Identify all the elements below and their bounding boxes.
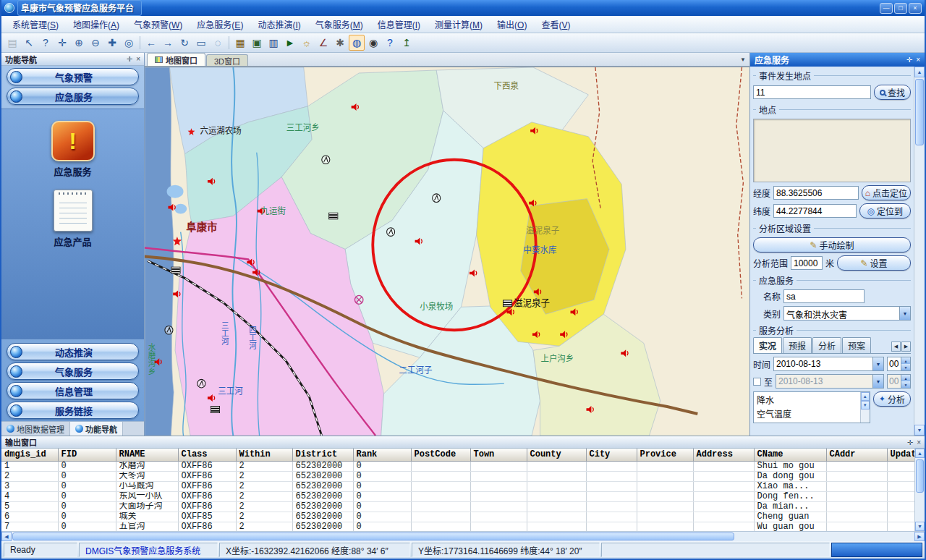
bulb-icon[interactable]: ☼: [299, 35, 315, 51]
zoom-selection-icon[interactable]: ▭: [193, 35, 209, 51]
scroll-left-icon[interactable]: ◀: [1, 532, 12, 541]
column-header[interactable]: FID: [58, 449, 116, 461]
menu-item[interactable]: 应急服务(E): [190, 16, 250, 33]
service-type-select[interactable]: 气象和洪水灾害 ▼: [783, 306, 911, 321]
column-header[interactable]: Update: [887, 449, 914, 461]
manual-draw-button[interactable]: ✎ 手动绘制: [753, 237, 911, 253]
column-header[interactable]: Town: [470, 449, 527, 461]
end-hour-spinner[interactable]: 00 ▲▼: [887, 374, 911, 389]
scroll-down-icon[interactable]: ▼: [861, 401, 870, 410]
pan-icon[interactable]: ✚: [104, 35, 120, 51]
scroll-down-icon[interactable]: ▼: [915, 522, 925, 531]
pointer-icon[interactable]: ►: [282, 35, 298, 51]
close-icon[interactable]: ×: [136, 55, 140, 63]
list-item[interactable]: 空气温度: [755, 407, 859, 420]
scroll-right-icon[interactable]: ▶: [914, 532, 925, 541]
nav-info-management[interactable]: 信息管理: [7, 382, 139, 399]
to-checkbox[interactable]: [753, 378, 761, 386]
analysis-tab[interactable]: 预报: [783, 337, 812, 353]
identify-cursor-icon[interactable]: ?: [38, 35, 54, 51]
map-pin-icon[interactable]: ▣: [249, 35, 265, 51]
image-layers-icon[interactable]: ▦: [232, 35, 248, 51]
map-viewport[interactable]: 下西泉六运湖农场三工河乡九运街阜康市滋泥泉子中葵水库滋泥泉子小泉牧场上户沟乡三工…: [145, 67, 749, 436]
spin-up-icon[interactable]: ▲: [901, 357, 910, 364]
column-header[interactable]: PostCode: [411, 449, 470, 461]
analysis-tab[interactable]: 实况: [753, 337, 782, 353]
zoom-out-icon[interactable]: ⊖: [88, 35, 103, 51]
minimize-button[interactable]: —: [880, 3, 893, 14]
column-header[interactable]: Within: [236, 449, 292, 461]
spin-up-icon[interactable]: ▲: [901, 375, 910, 381]
menu-item[interactable]: 测量计算(M): [428, 16, 489, 33]
column-header[interactable]: Rank: [353, 449, 411, 461]
refresh-icon[interactable]: ↻: [177, 35, 192, 51]
globe-search-icon[interactable]: ◍: [349, 35, 365, 51]
table-row[interactable]: 70五官沟OXFF8626523020000Wu guan gou: [1, 522, 914, 531]
table-row[interactable]: 10水磨沟OXFF8626523020000Shui mo gou: [1, 461, 914, 471]
scroll-up-icon[interactable]: ▲: [915, 449, 925, 458]
magnifier-page-icon[interactable]: ◌: [210, 35, 226, 51]
nav-service-links[interactable]: 服务链接: [7, 402, 139, 419]
menu-item[interactable]: 输出(O): [490, 16, 533, 33]
pin-icon[interactable]: ✛: [127, 55, 132, 63]
service-name-input[interactable]: [783, 289, 865, 303]
nav-emergency-service[interactable]: 应急服务: [7, 88, 139, 105]
scroll-up-icon[interactable]: ▲: [914, 67, 925, 77]
column-header[interactable]: Address: [693, 449, 754, 461]
close-icon[interactable]: ×: [917, 438, 921, 446]
nav-weather-warning[interactable]: 气象预警: [7, 68, 139, 85]
scrollbar-thumb[interactable]: [916, 459, 924, 493]
full-extent-icon[interactable]: ◎: [121, 35, 137, 51]
item-emergency-service[interactable]: !应急服务: [51, 121, 95, 178]
menu-item[interactable]: 信息管理(I): [371, 16, 427, 33]
analysis-tab[interactable]: 分析: [812, 337, 841, 353]
set-range-button[interactable]: ✎ 设置: [837, 255, 911, 271]
pin-icon[interactable]: ✛: [907, 438, 913, 446]
restore-button[interactable]: □: [894, 3, 907, 14]
column-header[interactable]: CName: [754, 449, 826, 461]
tab-scroll-right-icon[interactable]: ▶: [901, 341, 911, 352]
tab-list-dropdown-icon[interactable]: ▼: [740, 56, 746, 63]
map-tab[interactable]: 地图窗口: [147, 53, 205, 66]
menu-item[interactable]: 系统管理(S): [6, 16, 65, 33]
pin-icon[interactable]: ✛: [906, 56, 912, 64]
spin-down-icon[interactable]: ▼: [901, 381, 910, 388]
end-date-picker[interactable]: 2010-08-13 ▼: [776, 374, 884, 389]
analysis-item-list[interactable]: 降水空气温度 ▲ ▼: [753, 391, 870, 423]
menu-item[interactable]: 地图操作(A): [67, 16, 126, 33]
tab-scroll-left-icon[interactable]: ◀: [891, 341, 901, 352]
back-icon[interactable]: ←: [143, 35, 159, 51]
table-row[interactable]: 60城关OXFF8526523020000Cheng guan: [1, 512, 914, 522]
nav-tab[interactable]: 功能导航: [70, 422, 123, 436]
locate-click-button[interactable]: ⌂ 点击定位: [862, 185, 911, 200]
table-row[interactable]: 30小马厩沟OXFF8626523020000Xiao ma...: [1, 481, 914, 491]
location-input[interactable]: [753, 85, 871, 99]
item-emergency-product[interactable]: 应急产品: [54, 190, 93, 248]
menu-item[interactable]: 气象服务(M): [309, 16, 370, 33]
zoom-in-icon[interactable]: ⊕: [71, 35, 87, 51]
visibility-eye-icon[interactable]: ◉: [365, 35, 381, 51]
select-cursor-icon[interactable]: ↖: [21, 35, 37, 51]
scroll-up-icon[interactable]: ▲: [861, 392, 870, 401]
column-header[interactable]: dmgis_id: [1, 449, 58, 461]
help-icon[interactable]: ?: [382, 35, 398, 51]
scrollbar-thumb[interactable]: [12, 533, 734, 540]
column-header[interactable]: Class: [178, 449, 236, 461]
close-button[interactable]: ×: [909, 3, 922, 14]
search-button[interactable]: 查找: [874, 85, 911, 100]
start-hour-spinner[interactable]: 00 ▲▼: [887, 357, 911, 371]
column-header[interactable]: CAddr: [826, 449, 887, 461]
table-row[interactable]: 50大面场子沟OXFF8626523020000Da mian...: [1, 501, 914, 512]
settings-gear-icon[interactable]: ✱: [332, 35, 348, 51]
longitude-input[interactable]: [773, 186, 859, 200]
column-header[interactable]: District: [292, 449, 353, 461]
close-icon[interactable]: ×: [916, 56, 920, 64]
hotlink-icon[interactable]: ✛: [54, 35, 70, 51]
forward-icon[interactable]: →: [160, 35, 176, 51]
column-header[interactable]: City: [586, 449, 637, 461]
place-list[interactable]: [753, 119, 911, 182]
list-item[interactable]: 降水: [755, 393, 859, 407]
analysis-range-input[interactable]: [791, 256, 823, 270]
column-header[interactable]: County: [527, 449, 586, 461]
measure-icon[interactable]: ∠: [315, 35, 331, 51]
